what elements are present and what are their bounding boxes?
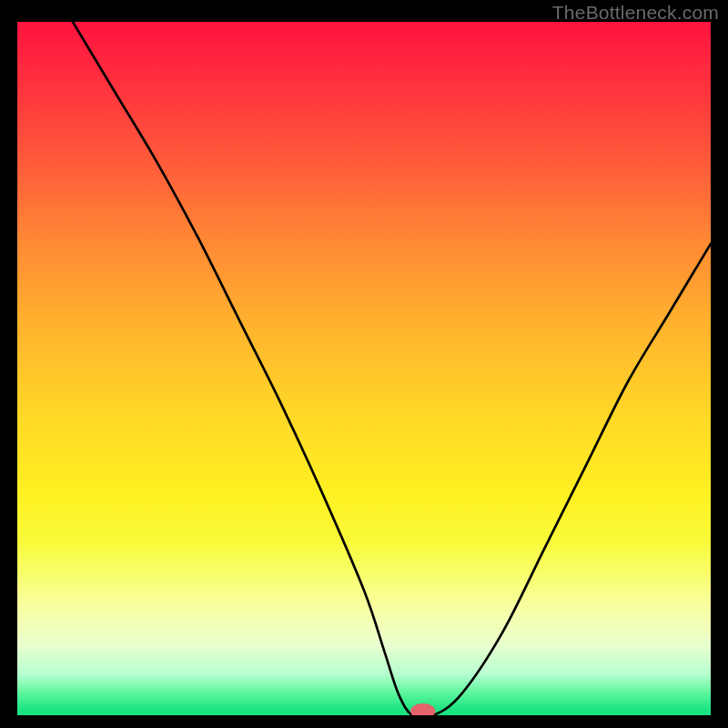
plot-area [17, 22, 711, 715]
watermark-text: TheBottleneck.com [552, 2, 719, 24]
bottleneck-curve-path [73, 22, 711, 715]
bottleneck-curve-layer [17, 22, 711, 715]
optimal-marker [410, 703, 435, 715]
chart-frame: TheBottleneck.com [0, 0, 728, 728]
curve-svg [17, 22, 711, 715]
